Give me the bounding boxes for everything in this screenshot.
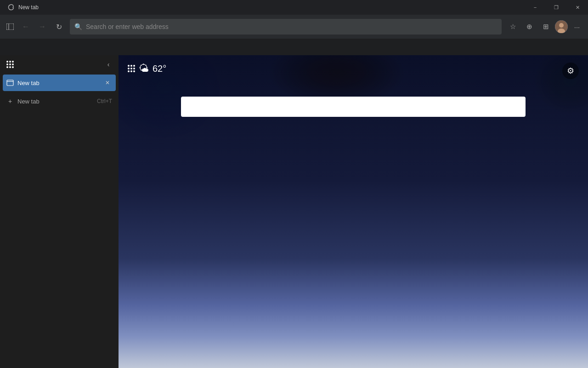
svg-rect-0 [6,23,14,30]
sidebar-collapse-button[interactable]: ‹ [102,58,115,71]
sidebar: ‹ New tab ✕ + New tab Ctrl+T [0,55,119,368]
sidebar-grid-button[interactable] [4,58,17,71]
svg-point-58 [554,282,558,286]
collections-button[interactable]: ⊞ [538,19,553,34]
collections-icon: ⊞ [543,23,549,31]
tab-favicon-icon [6,79,14,86]
forward-button[interactable]: → [35,19,50,34]
tab-bar [0,39,588,55]
minimize-button[interactable]: − [525,0,546,15]
weather-icon-button[interactable]: 🌤 [139,63,149,75]
app-grid-icon[interactable] [128,65,135,72]
new-tab-label: New tab [17,98,97,105]
new-tab-shortcut: Ctrl+T [97,98,112,104]
grid-icon [6,61,14,68]
refresh-icon: ↻ [56,23,62,31]
svg-rect-61 [555,296,557,303]
svg-point-3 [559,23,564,28]
reading-list-button[interactable]: ⊕ [522,19,537,34]
title-bar-left: New tab [0,4,525,11]
mountain-silhouettes [119,196,588,368]
page-settings-button[interactable]: ⚙ [562,63,579,79]
more-icon: ··· [574,23,580,31]
tab-close-button[interactable]: ✕ [103,78,112,87]
svg-point-66 [175,295,182,299]
svg-rect-62 [554,301,556,307]
main-content: 🌤 62° ⚙ [119,55,588,368]
search-icon: 🔍 [74,23,82,30]
title-bar-controls: − ❐ ✕ [525,0,588,15]
svg-rect-57 [555,287,558,296]
svg-rect-63 [557,301,559,307]
profile-button[interactable] [555,20,568,33]
refresh-button[interactable]: ↻ [51,19,66,34]
svg-rect-5 [7,80,13,86]
search-box-container [181,97,526,117]
edge-icon [7,4,15,11]
weather-widget: 🌤 62° [128,63,166,75]
close-button[interactable]: ✕ [567,0,588,15]
plus-icon: + [6,98,14,105]
reading-list-icon: ⊕ [526,23,532,31]
active-tab-label: New tab [17,80,103,86]
address-bar[interactable]: 🔍 [70,19,502,34]
favorites-button[interactable]: ☆ [505,19,520,34]
sidebar-header: ‹ [0,55,119,74]
back-button[interactable]: ← [18,19,33,34]
forward-icon: → [39,23,46,31]
back-icon: ← [22,23,29,31]
chevron-left-icon: ‹ [107,61,110,68]
sidebar-toggle-button[interactable] [4,20,17,33]
address-input[interactable] [86,23,497,30]
weather-temperature: 62° [153,63,166,74]
title-bar-title: New tab [18,4,39,11]
new-tab-search-input[interactable] [181,97,526,117]
browser-toolbar: ← → ↻ 🔍 ☆ ⊕ ⊞ ··· [0,15,588,39]
sidebar-new-tab-item[interactable]: + New tab Ctrl+T [3,93,116,109]
maximize-button[interactable]: ❐ [546,0,567,15]
gear-icon: ⚙ [567,66,574,76]
more-button[interactable]: ··· [570,19,584,34]
weather-icon: 🌤 [139,63,149,75]
title-bar: New tab − ❐ ✕ [0,0,588,15]
favorites-icon: ☆ [510,23,516,31]
sidebar-active-tab-item[interactable]: New tab ✕ [3,75,116,91]
